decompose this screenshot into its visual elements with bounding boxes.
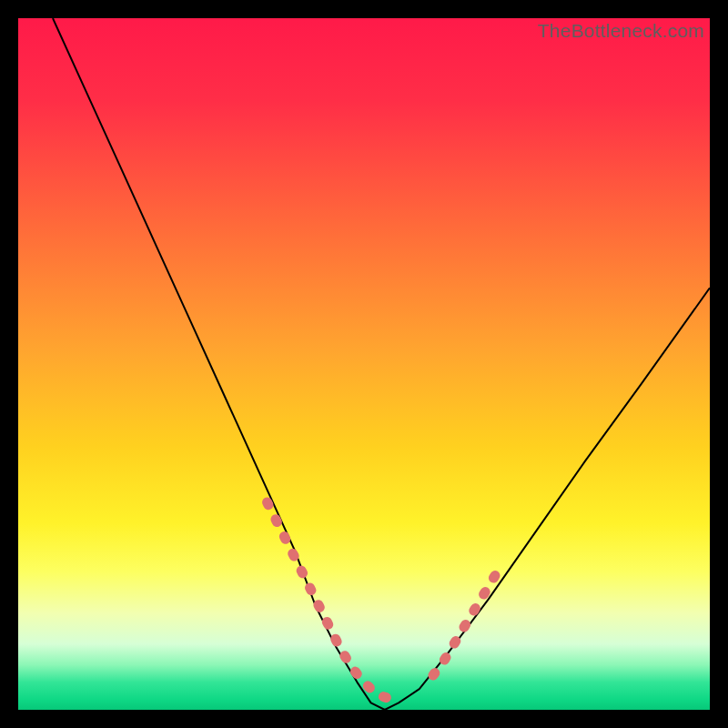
gradient-background	[18, 18, 710, 710]
plot-area	[18, 18, 710, 710]
chart-frame: TheBottleneck.com	[18, 18, 710, 710]
chart-svg	[18, 18, 710, 710]
watermark-label: TheBottleneck.com	[538, 20, 704, 42]
